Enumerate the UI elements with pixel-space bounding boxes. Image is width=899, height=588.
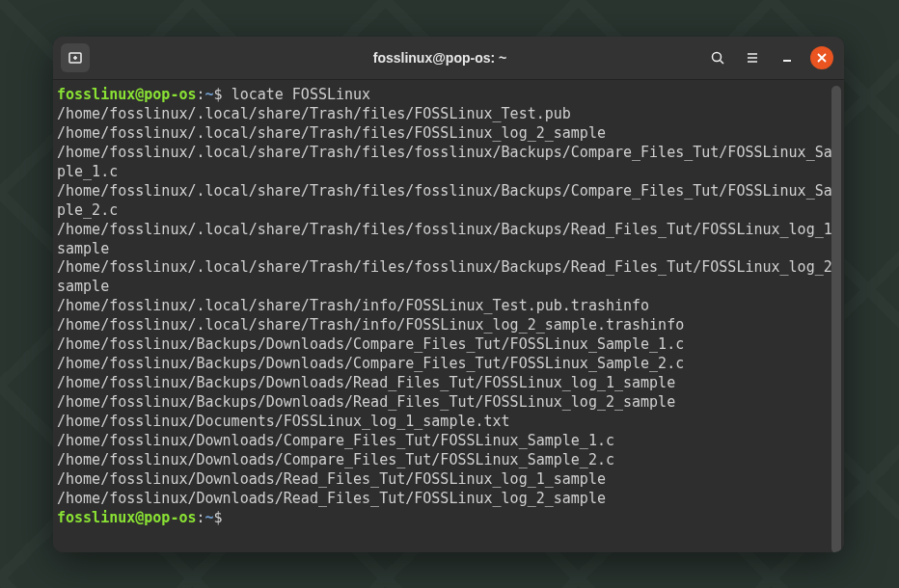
output-line: /home/fosslinux/.local/share/Trash/files… xyxy=(57,144,844,182)
output-line: /home/fosslinux/Downloads/Compare_Files_… xyxy=(57,451,844,470)
command-line: fosslinux@pop-os:~$ locate FOSSLinux xyxy=(57,86,844,105)
scrollbar[interactable] xyxy=(831,86,841,552)
window-title: fosslinux@pop-os: ~ xyxy=(182,50,697,66)
prompt-user-host: fosslinux@pop-os xyxy=(57,509,197,526)
output-line: /home/fosslinux/.local/share/Trash/files… xyxy=(57,105,844,124)
command-line: fosslinux@pop-os:~$ xyxy=(57,509,844,528)
terminal-window: fosslinux@pop-os: ~ fosslinux@pop-os:~$ … xyxy=(53,37,844,552)
command-text: locate FOSSLinux xyxy=(232,86,371,103)
output-line: /home/fosslinux/.local/share/Trash/files… xyxy=(57,221,844,259)
output-line: /home/fosslinux/Documents/FOSSLinux_log_… xyxy=(57,413,844,432)
svg-point-1 xyxy=(713,53,722,62)
prompt-colon: : xyxy=(197,509,205,526)
close-icon xyxy=(816,52,828,64)
minimize-icon xyxy=(779,50,795,66)
hamburger-icon xyxy=(745,50,760,66)
prompt-user-host: fosslinux@pop-os xyxy=(57,86,197,103)
close-button[interactable] xyxy=(810,46,833,69)
terminal-body[interactable]: fosslinux@pop-os:~$ locate FOSSLinux/hom… xyxy=(53,80,844,552)
output-line: /home/fosslinux/.local/share/Trash/files… xyxy=(57,258,844,297)
terminal-content: fosslinux@pop-os:~$ locate FOSSLinux/hom… xyxy=(57,86,844,528)
prompt-colon: : xyxy=(197,86,205,103)
titlebar: fosslinux@pop-os: ~ xyxy=(53,37,844,80)
prompt-dollar: $ xyxy=(214,86,232,103)
output-line: /home/fosslinux/.local/share/Trash/files… xyxy=(57,124,844,144)
output-line: /home/fosslinux/.local/share/Trash/info/… xyxy=(57,316,844,335)
output-line: /home/fosslinux/Backups/Downloads/Read_F… xyxy=(57,374,844,393)
search-icon xyxy=(710,50,725,66)
output-line: /home/fosslinux/Downloads/Read_Files_Tut… xyxy=(57,490,844,509)
output-line: /home/fosslinux/Backups/Downloads/Compar… xyxy=(57,355,844,374)
search-button[interactable] xyxy=(703,43,732,72)
output-line: /home/fosslinux/.local/share/Trash/files… xyxy=(57,182,844,221)
output-line: /home/fosslinux/Downloads/Read_Files_Tut… xyxy=(57,470,844,490)
prompt-dollar: $ xyxy=(214,509,232,526)
output-line: /home/fosslinux/.local/share/Trash/info/… xyxy=(57,297,844,316)
prompt-path: ~ xyxy=(205,509,214,526)
minimize-button[interactable] xyxy=(773,43,802,72)
new-tab-button[interactable] xyxy=(61,43,90,72)
output-line: /home/fosslinux/Downloads/Compare_Files_… xyxy=(57,432,844,451)
output-line: /home/fosslinux/Backups/Downloads/Read_F… xyxy=(57,393,844,413)
output-line: /home/fosslinux/Backups/Downloads/Compar… xyxy=(57,335,844,355)
menu-button[interactable] xyxy=(738,43,767,72)
new-tab-icon xyxy=(68,50,83,66)
prompt-path: ~ xyxy=(205,86,214,103)
